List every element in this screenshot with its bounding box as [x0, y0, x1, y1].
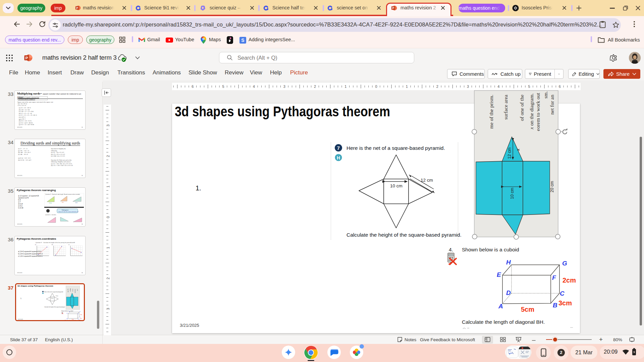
svg-text:5.3cm: 5.3cm [49, 202, 52, 204]
svg-text:(a): (a) [35, 244, 36, 245]
svg-text:1.: 1. [196, 184, 201, 192]
svg-text:4: 4 [497, 84, 499, 88]
svg-text:10 cm: 10 cm [390, 183, 402, 188]
svg-text:surface area: surface area [503, 95, 508, 120]
svg-text:of one: of one [72, 289, 73, 292]
svg-text:net for an: net for an [549, 95, 555, 115]
svg-text:3: 3 [106, 308, 110, 310]
svg-text:5: 5 [222, 84, 224, 88]
svg-text:Calculate the height of the sq: Calculate the height of the square-based… [346, 232, 462, 238]
svg-text:0: 0 [375, 84, 377, 88]
svg-text:G: G [562, 260, 567, 267]
svg-text:5cm: 5cm [521, 306, 534, 313]
svg-text:P: P [76, 6, 78, 10]
svg-text:2: 2 [106, 277, 110, 279]
svg-text:12 cm: 12 cm [507, 147, 512, 159]
svg-text:me of th: me of th [67, 289, 69, 292]
svg-text:A: A [67, 318, 67, 319]
svg-text:1: 1 [106, 247, 110, 249]
svg-text:2: 2 [314, 84, 316, 88]
svg-text:7km: 7km [62, 202, 64, 203]
svg-text:3: 3 [283, 84, 285, 88]
svg-text:20 cm: 20 cm [550, 181, 554, 192]
svg-text:Question 9 - Find each side le: Question 9 - Find each side length. Roun… [45, 194, 80, 195]
svg-text:Pythagoras: Pythagoras [62, 209, 68, 211]
svg-text:F: F [78, 313, 78, 315]
svg-text:Shown below is a cuboid: Shown below is a cuboid [462, 247, 519, 252]
svg-text:3cm: 3cm [80, 318, 82, 319]
svg-text:4: 4 [253, 84, 255, 88]
svg-text:Here is the net of a square-ba: Here is the net of a square-based pyrami… [346, 145, 445, 151]
svg-text:S: S [241, 38, 244, 43]
svg-text:H: H [506, 259, 511, 266]
svg-text:10 cm: 10 cm [51, 298, 53, 299]
svg-text:F: F [552, 274, 556, 281]
svg-text:Calculate the length of diagon: Calculate the length of diagonal BH. [65, 320, 81, 321]
svg-text:14cm: 14cm [75, 202, 78, 203]
svg-text:2cm: 2cm [80, 314, 82, 315]
svg-text:6: 6 [559, 84, 561, 88]
svg-text:C: C [560, 290, 565, 297]
svg-text:G: G [79, 311, 80, 312]
svg-text:(c): (c) [68, 244, 70, 245]
svg-text:Videos 257, 260, 261 on www.co: Videos 257, 260, 261 on www.corbettmaths… [58, 211, 79, 213]
svg-text:of one of the: of one of the [519, 95, 525, 121]
svg-text:3/21/2025: 3/21/2025 [180, 323, 199, 328]
svg-text:sm.: sm. [543, 91, 548, 99]
svg-text:H: H [337, 155, 340, 161]
svg-text:x on the diagram.: x on the diagram. [529, 93, 534, 130]
svg-text:Calculate the length of diagon: Calculate the length of diagonal BH. [462, 319, 545, 325]
svg-text:1: 1 [344, 84, 346, 88]
svg-text:surface: surface [70, 288, 71, 292]
svg-text:E: E [497, 271, 501, 278]
svg-text:(b): (b) [52, 244, 53, 245]
svg-text:7: 7 [337, 145, 340, 151]
svg-text:eorem to: eorem to [74, 289, 76, 293]
svg-text:E: E [67, 313, 67, 314]
svg-text:Here is the net of a square-ba: Here is the net of a square-based pyrami… [44, 291, 63, 293]
svg-text:B: B [553, 302, 557, 309]
svg-text:3d shapes using Pythagoras the: 3d shapes using Pythagoras theorem [175, 103, 390, 119]
svg-text:4.: 4. [449, 247, 453, 252]
svg-text:3: 3 [106, 124, 110, 126]
svg-text:2cm: 2cm [562, 277, 576, 284]
svg-text:net f: net f [77, 289, 78, 291]
svg-text:P: P [25, 56, 28, 60]
svg-text:H: H [69, 311, 70, 312]
svg-text:2: 2 [436, 84, 438, 88]
svg-text:Question 5 - Calculate...: Question 5 - Calculate... [45, 214, 57, 216]
svg-text:D: D [506, 289, 511, 296]
svg-text:12 cm: 12 cm [421, 178, 433, 183]
svg-text:10 cm: 10 cm [510, 188, 515, 199]
svg-text:P: P [392, 6, 394, 10]
svg-text:Calculate the height of the sq: Calculate the height of the square-based… [44, 306, 65, 308]
svg-text:6: 6 [192, 84, 194, 88]
svg-text:2: 2 [106, 155, 110, 157]
svg-text:me of the prism.: me of the prism. [488, 95, 494, 129]
svg-text:x: x [516, 148, 521, 151]
svg-text:12 cm: 12 cm [56, 295, 58, 297]
svg-text:A: A [498, 303, 503, 310]
svg-text:1: 1 [106, 186, 110, 188]
svg-text:Shown below is a cuboid: Shown below is a cuboid [61, 310, 73, 312]
svg-text:5: 5 [528, 84, 530, 88]
svg-text:3: 3 [467, 84, 469, 88]
svg-text:0: 0 [106, 216, 110, 218]
svg-text:3cm: 3cm [558, 299, 572, 307]
svg-text:1: 1 [406, 84, 408, 88]
svg-text:eorem to work out: eorem to work out [535, 93, 541, 131]
